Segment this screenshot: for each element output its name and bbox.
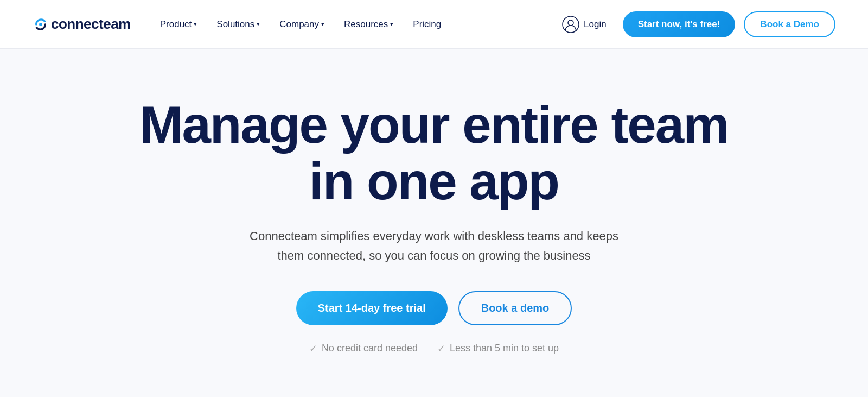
trust-item-no-cc: ✓ No credit card needed: [309, 343, 418, 355]
navbar: connecteam Product ▾ Solutions ▾ Company…: [0, 0, 868, 49]
chevron-down-icon: ▾: [194, 21, 197, 28]
trust-item-setup-time: ✓ Less than 5 min to set up: [437, 343, 559, 355]
nav-item-solutions[interactable]: Solutions ▾: [209, 15, 267, 34]
chevron-down-icon: ▾: [390, 21, 393, 28]
book-demo-nav-button[interactable]: Book a Demo: [744, 11, 835, 37]
start-free-button[interactable]: Start now, it's free!: [623, 11, 736, 37]
chevron-down-icon: ▾: [257, 21, 260, 28]
hero-trust: ✓ No credit card needed ✓ Less than 5 mi…: [309, 343, 559, 355]
start-trial-button[interactable]: Start 14-day free trial: [296, 291, 448, 325]
logo-text: connecteam: [51, 16, 131, 33]
hero-buttons: Start 14-day free trial Book a demo: [296, 291, 572, 325]
check-icon: ✓: [309, 343, 317, 355]
svg-point-0: [39, 23, 42, 26]
nav-item-resources[interactable]: Resources ▾: [336, 15, 401, 34]
trust-label-no-cc: No credit card needed: [322, 343, 418, 354]
nav-item-product[interactable]: Product ▾: [152, 15, 205, 34]
nav-item-company[interactable]: Company ▾: [272, 15, 332, 34]
hero-subtitle: Connecteam simplifies everyday work with…: [250, 226, 618, 264]
book-demo-hero-button[interactable]: Book a demo: [458, 291, 572, 325]
check-icon: ✓: [437, 343, 445, 355]
trust-label-setup: Less than 5 min to set up: [450, 343, 559, 354]
nav-links: Product ▾ Solutions ▾ Company ▾ Resource…: [152, 15, 554, 34]
nav-right: Login Start now, it's free! Book a Demo: [554, 11, 835, 37]
chevron-down-icon: ▾: [321, 21, 324, 28]
login-button[interactable]: Login: [554, 11, 614, 37]
nav-item-pricing[interactable]: Pricing: [405, 15, 449, 34]
svg-point-2: [568, 20, 573, 26]
hero-section: Manage your entire team in one app Conne…: [0, 49, 868, 397]
hero-title: Manage your entire team in one app: [140, 97, 729, 209]
user-icon: [562, 16, 579, 33]
logo[interactable]: connecteam: [33, 16, 131, 33]
